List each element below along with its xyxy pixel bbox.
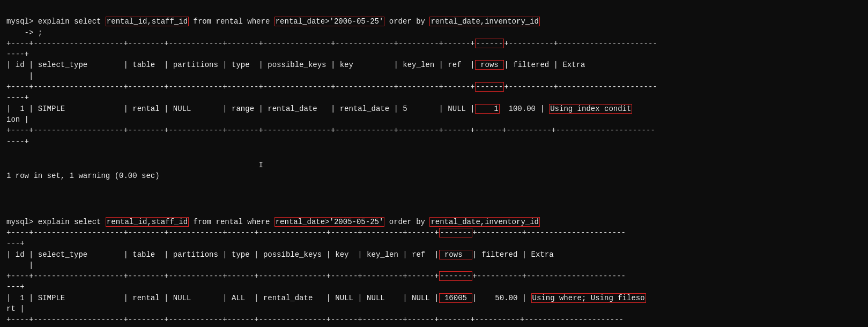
rows-header-1: ------ xyxy=(475,39,504,48)
order-cols-2: rental_date,inventory_id xyxy=(429,217,540,227)
rows-val-1: 1 xyxy=(475,104,500,114)
data-row-1: | 1 | SIMPLE | rental | NULL | range | r… xyxy=(6,105,475,113)
from-where-1: from rental where xyxy=(189,17,275,26)
select-cols-1: rental_id,staff_id xyxy=(106,17,189,26)
separator1-2: +----+--------------------+--------+----… xyxy=(6,228,439,237)
result1-section: 1 row in set, 1 warning (0.00 sec) xyxy=(6,170,862,181)
data-line-1: ----+ xyxy=(6,93,29,102)
order-by-2: order by xyxy=(384,218,429,226)
header-cont-1: | xyxy=(6,72,33,80)
order-by-1: order by xyxy=(384,17,429,26)
separator1-1b: +----------+---------------------- xyxy=(504,39,657,48)
data-cont-2: rt | xyxy=(6,304,25,313)
separator2-1b: +----------+---------------------- xyxy=(504,83,657,91)
rows-sep-1: ------ xyxy=(475,82,504,92)
header-row-2: | id | select_type | table | partitions … xyxy=(6,250,439,259)
data-cont-1: ion | xyxy=(6,115,29,124)
data-row-2: | 1 | SIMPLE | rental | NULL | ALL | ren… xyxy=(6,294,439,302)
rows-header-2: ------- xyxy=(439,228,473,237)
date-condition-1: rental_date>'2006-05-25' xyxy=(275,17,385,26)
cursor-1: I xyxy=(6,161,263,169)
header-row-2b: | filtered | Extra xyxy=(472,250,553,259)
query2-section: mysql> explain select rental_id,staff_id… xyxy=(6,205,862,327)
rows-col-header-2: rows xyxy=(439,250,473,259)
header-line-1: ----+ xyxy=(6,50,29,58)
continuation-1: -> ; xyxy=(6,28,42,37)
separator3-2: +----+--------------------+--------+----… xyxy=(6,315,624,324)
date-condition-2: rental_date>'2005-05-25' xyxy=(275,217,385,227)
separator2-1: +----+--------------------+--------+----… xyxy=(6,83,475,91)
order-cols-1: rental_date,inventory_id xyxy=(429,17,540,26)
extra-val-2: Using where; Using fileso xyxy=(531,293,646,303)
prompt1: mysql> explain select xyxy=(6,17,106,26)
data-row-2b: | 50.00 | xyxy=(472,294,531,302)
rows-sep-2: ------- xyxy=(439,271,473,281)
separator2-2: +----+--------------------+--------+----… xyxy=(6,272,439,280)
rows-val-2: 16005 xyxy=(439,293,473,303)
from-where-2: from rental where xyxy=(189,218,275,226)
separator3-1: +----+--------------------+--------+----… xyxy=(6,126,655,135)
header-line-2: ---+ xyxy=(6,239,25,248)
header-row-1b: | filtered | Extra xyxy=(504,61,585,69)
data-row-1b: 100.00 | xyxy=(500,105,549,113)
data-end-1: ----+ xyxy=(6,137,29,146)
select-cols-2: rental_id,staff_id xyxy=(106,217,189,227)
separator1-1: +----+--------------------+--------+----… xyxy=(6,39,475,48)
query1-section: mysql> explain select rental_id,staff_id… xyxy=(6,16,862,147)
extra-val-1: Using index condit xyxy=(549,104,632,114)
separator2-2b: +----------+---------------------- xyxy=(472,272,626,280)
rows-col-header-1: rows xyxy=(475,60,504,70)
result1: 1 row in set, 1 warning (0.00 sec) xyxy=(6,172,160,180)
header-cont-2: | xyxy=(6,261,33,270)
separator1-2b: +----------+---------------------- xyxy=(472,228,626,237)
header-row-1: | id | select_type | table | partitions … xyxy=(6,61,475,69)
prompt2: mysql> explain select xyxy=(6,218,106,226)
terminal-output: mysql> explain select rental_id,staff_id… xyxy=(6,5,862,327)
data-line-2: ---+ xyxy=(6,283,25,291)
